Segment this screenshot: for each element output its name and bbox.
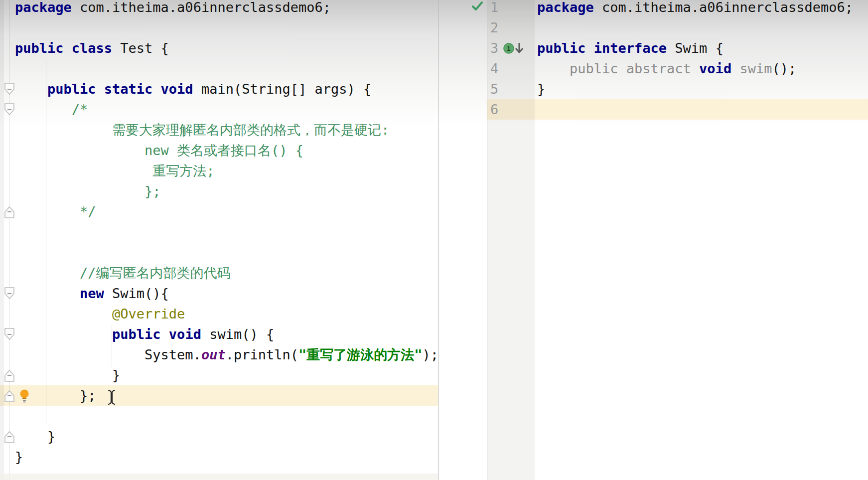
fold-expanded-marker-icon[interactable] [3, 328, 15, 341]
code-line: package com.itheima.a06innerclassdemo6; [15, 0, 438, 17]
code-line [15, 406, 438, 426]
code-line: public void swim() { [15, 324, 438, 344]
code-line [15, 17, 438, 38]
code-line: }; [15, 181, 438, 201]
fold-expanded-marker-icon[interactable] [3, 287, 15, 300]
code-line: System.out.println("重写了游泳的方法"); [15, 344, 438, 365]
code-line: public abstract void swim(); [537, 58, 853, 79]
text-cursor-pointer [107, 389, 117, 405]
code-line [15, 222, 438, 242]
bottom-shade [0, 474, 438, 480]
code-line: } [15, 447, 438, 467]
code-line [15, 242, 438, 263]
fold-expanded-marker-icon[interactable] [3, 103, 15, 116]
code-line [537, 99, 853, 120]
implementation-count: 1 [507, 45, 511, 52]
code-line: public class Test { [15, 38, 438, 58]
right-editor-pane[interactable]: 123456 1 package com.itheima.a06innercla… [487, 0, 868, 480]
code-line: }; [15, 385, 438, 406]
fold-end-marker-icon[interactable] [3, 430, 15, 443]
left-editor-pane[interactable]: package com.itheima.a06innerclassdemo6;p… [0, 0, 438, 480]
code-line: } [15, 426, 438, 447]
line-numbers: 123456 [490, 0, 498, 120]
right-code-area[interactable]: package com.itheima.a06innerclassdemo6;p… [537, 0, 853, 120]
line-number: 5 [490, 79, 498, 99]
code-line: package com.itheima.a06innerclassdemo6; [537, 0, 853, 17]
line-number: 3 [490, 38, 498, 58]
code-line: } [537, 79, 853, 99]
code-line: */ [15, 201, 438, 222]
line-number: 6 [490, 99, 498, 120]
code-line: 需要大家理解匿名内部类的格式，而不是硬记: [15, 120, 438, 140]
line-number: 2 [490, 17, 498, 38]
error-stripe-area [438, 0, 487, 480]
ide-window: package com.itheima.a06innerclassdemo6;p… [0, 0, 868, 480]
left-gutter-strip [0, 0, 4, 480]
code-line: public interface Swim { [537, 38, 853, 58]
code-line: } [15, 365, 438, 385]
code-line [15, 58, 438, 79]
inspections-ok-checkmark-icon[interactable] [471, 1, 483, 12]
implementations-badge-icon[interactable]: 1 [503, 41, 525, 55]
line-number: 1 [490, 0, 498, 17]
code-line: public static void main(String[] args) { [15, 79, 438, 99]
code-line: 重写方法; [15, 160, 438, 181]
code-line: @Override [15, 304, 438, 324]
intention-bulb-icon[interactable] [19, 389, 30, 403]
code-line: //编写匿名内部类的代码 [15, 263, 438, 283]
fold-end-marker-icon[interactable] [3, 205, 15, 218]
fold-gutter-divider [9, 0, 10, 480]
line-number: 4 [490, 58, 498, 79]
code-line: new Swim(){ [15, 283, 438, 304]
code-line: /* [15, 99, 438, 120]
fold-end-marker-icon[interactable] [3, 389, 15, 402]
fold-end-marker-icon[interactable] [3, 369, 15, 382]
line-number-gutter: 123456 1 [487, 0, 535, 480]
left-code-area[interactable]: package com.itheima.a06innerclassdemo6;p… [15, 0, 438, 467]
fold-expanded-marker-icon[interactable] [3, 83, 15, 96]
code-line: new 类名或者接口名() { [15, 140, 438, 160]
code-line [537, 17, 853, 38]
